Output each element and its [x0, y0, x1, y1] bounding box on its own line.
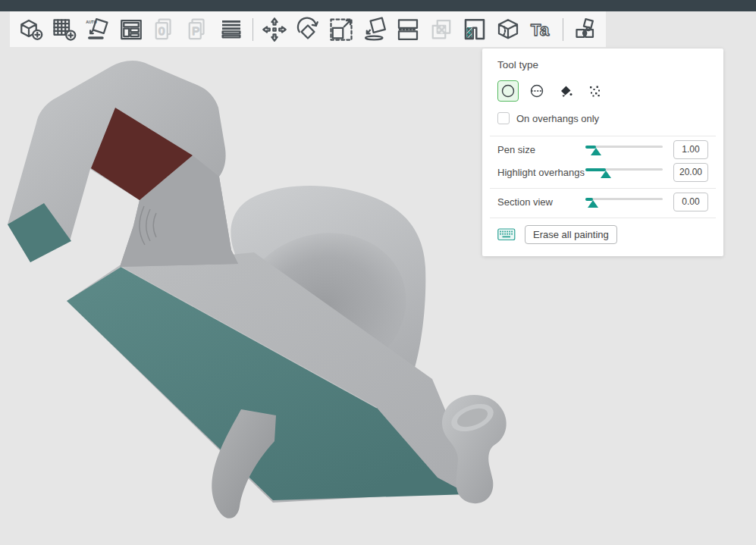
place-on-face-icon — [361, 16, 388, 43]
on-overhangs-only-label: On overhangs only — [516, 113, 599, 124]
add-instance-button[interactable] — [48, 13, 81, 46]
pen-size-slider-thumb[interactable] — [591, 148, 601, 155]
mmu-painting-icon — [428, 16, 455, 43]
place-on-face-button[interactable] — [358, 13, 391, 46]
sphere-tool-button[interactable] — [526, 80, 547, 102]
mmu-painting-button[interactable] — [425, 13, 458, 46]
panel-divider — [490, 136, 716, 136]
toolbar-separator — [253, 18, 253, 41]
paint-on-supports-icon — [461, 16, 488, 43]
move-icon — [261, 16, 288, 43]
pen-size-row: Pen size — [497, 138, 708, 161]
section-view-slider-thumb[interactable] — [588, 200, 598, 208]
split-to-parts-icon — [571, 16, 598, 43]
smart-fill-icon — [587, 83, 602, 99]
paint-supports-panel: Tool type — [482, 49, 723, 256]
doc-zero-button[interactable]: 0 — [148, 13, 181, 46]
section-view-row: Section view — [497, 190, 708, 213]
scale-icon — [328, 16, 355, 43]
svg-text:P: P — [192, 23, 199, 36]
erase-row: Erase all painting — [497, 224, 708, 244]
move-button[interactable] — [258, 13, 291, 46]
panel-title: Tool type — [497, 59, 708, 70]
circle-tool-button[interactable] — [497, 80, 519, 102]
add-object-button[interactable] — [14, 13, 48, 46]
smart-fill-tool-button[interactable] — [584, 80, 605, 102]
main-toolbar: AUTO 0 — [10, 11, 606, 47]
layers-button[interactable] — [215, 13, 248, 46]
doc-p-button[interactable]: P — [181, 13, 215, 46]
highlight-overhangs-label: Highlight overhangs — [497, 167, 585, 178]
cut-button[interactable] — [391, 13, 425, 46]
panel-divider — [490, 188, 716, 189]
tool-type-row — [497, 80, 708, 102]
erase-all-painting-button[interactable]: Erase all painting — [525, 225, 617, 244]
highlight-overhangs-value[interactable] — [673, 163, 708, 182]
toolbar-separator — [563, 18, 563, 41]
rotate-button[interactable] — [291, 13, 325, 46]
pen-size-value[interactable] — [673, 140, 708, 159]
window-titlebar — [0, 0, 756, 11]
add-instance-icon — [51, 16, 78, 43]
add-object-icon — [17, 16, 45, 43]
doc-zero-icon: 0 — [151, 16, 178, 43]
scale-button[interactable] — [325, 13, 358, 46]
auto-orient-icon: AUTO — [84, 16, 111, 43]
highlight-overhangs-row: Highlight overhangs — [497, 161, 708, 183]
sphere-tool-icon — [529, 83, 544, 99]
keyboard-shortcut-icon — [497, 228, 516, 241]
section-view-value[interactable] — [673, 193, 708, 211]
split-to-parts-button[interactable] — [568, 13, 601, 46]
on-overhangs-only-checkbox[interactable] — [497, 112, 510, 124]
seam-painting-icon — [494, 16, 522, 43]
pen-size-label: Pen size — [497, 144, 535, 155]
cut-icon — [394, 16, 422, 43]
doc-p-icon: P — [184, 16, 212, 43]
circle-tool-icon — [500, 83, 516, 99]
paint-on-supports-button[interactable] — [458, 13, 491, 46]
rotate-icon — [294, 16, 322, 43]
app-window: AUTO 0 — [0, 0, 756, 545]
pen-size-slider[interactable] — [585, 143, 663, 155]
layout-button[interactable] — [114, 13, 148, 46]
text-tool-button[interactable]: Ta — [525, 13, 558, 46]
panel-divider — [490, 218, 716, 218]
section-view-slider[interactable] — [585, 196, 663, 208]
layout-icon — [118, 16, 145, 43]
highlight-overhangs-slider[interactable] — [585, 166, 663, 178]
svg-text:0: 0 — [158, 23, 165, 36]
layers-icon — [218, 16, 245, 43]
svg-text:Ta: Ta — [531, 20, 550, 39]
auto-orient-button[interactable]: AUTO — [81, 13, 114, 46]
fill-bucket-icon — [558, 83, 573, 99]
highlight-overhangs-slider-thumb[interactable] — [601, 171, 611, 178]
fill-tool-button[interactable] — [555, 80, 576, 102]
overhangs-checkbox-row: On overhangs only — [497, 111, 708, 125]
text-tool-icon: Ta — [528, 16, 555, 43]
seam-painting-button[interactable] — [491, 13, 525, 46]
section-view-label: Section view — [497, 196, 553, 208]
